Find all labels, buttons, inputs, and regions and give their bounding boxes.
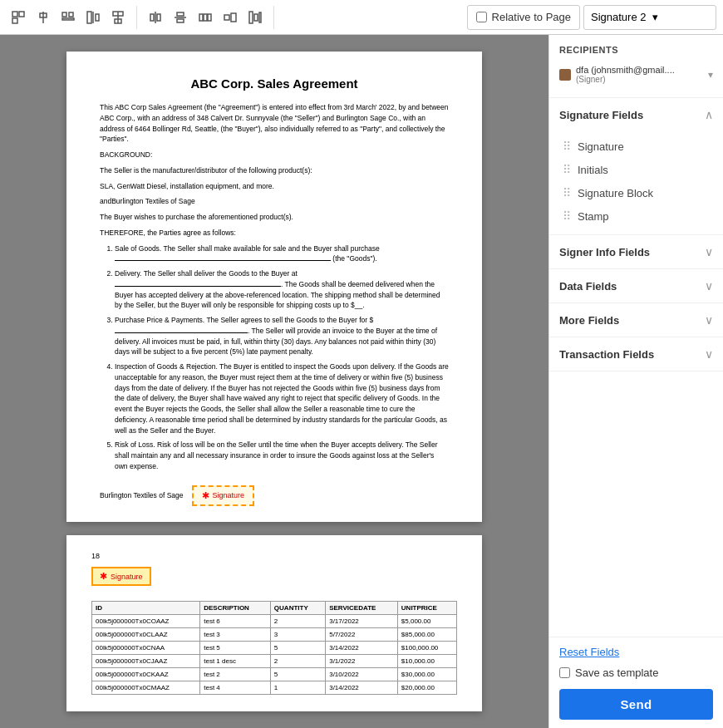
send-button[interactable]: Send [559, 689, 713, 720]
svg-rect-8 [87, 12, 91, 23]
save-template-toggle[interactable]: Save as template [559, 667, 713, 679]
signer-info-header[interactable]: Signer Info Fields ∨ [549, 235, 723, 268]
relative-to-page-label: Relative to Page [492, 11, 571, 23]
align-top-left-btn[interactable] [7, 6, 30, 29]
distribute-equal-btn[interactable] [194, 6, 217, 29]
table-cell: $5,000.00 [397, 615, 456, 628]
signer-info-section: Signer Info Fields ∨ [549, 235, 723, 269]
align-center-btn[interactable] [106, 6, 130, 29]
reset-fields-link[interactable]: Reset Fields [559, 646, 713, 658]
recipients-header: RECIPIENTS [559, 45, 713, 55]
field-signature-block[interactable]: ⠿ Signature Block [549, 181, 723, 204]
signature-dropdown[interactable]: Signature 2 ▾ [583, 5, 716, 30]
table-cell: 5 [270, 642, 325, 655]
table-cell: test 5 [200, 642, 271, 655]
svg-rect-23 [224, 15, 229, 20]
products-text: SLA, GenWatt Diesel, installation equipm… [100, 181, 449, 192]
drag-handle-icon: ⠿ [563, 186, 571, 199]
table-row: 00lk5j000000Tx0COAAZtest 623/17/2022$5,0… [92, 615, 457, 628]
table-row: 00lk5j000000Tx0CJAAZtest 1 desc23/1/2022… [92, 655, 457, 668]
toolbar-group-distribute [144, 6, 274, 29]
svg-rect-17 [177, 12, 184, 16]
distribute-v-btn[interactable] [169, 6, 192, 29]
field-initials[interactable]: ⠿ Initials [549, 158, 723, 181]
data-fields-section: Data Fields ∨ [549, 269, 723, 303]
table-cell: 5 [270, 668, 325, 681]
buyer-text: The Buyer wishes to purchase the aforeme… [100, 212, 449, 223]
table-cell: 00lk5j000000Tx0CLAAZ [92, 628, 200, 642]
col-quantity: QUANTITY [270, 602, 325, 615]
data-fields-chevron-icon: ∨ [705, 279, 713, 293]
relative-to-page-checkbox[interactable] [476, 12, 487, 22]
data-fields-header[interactable]: Data Fields ∨ [549, 269, 723, 303]
table-row: 00lk5j000000Tx0CKAAZtest 253/10/2022$30,… [92, 668, 457, 681]
background-label: BACKGROUND: [100, 150, 449, 160]
page-number: 18 [91, 552, 457, 560]
drag-handle-icon: ⠿ [563, 163, 571, 176]
toolbar: Relative to Page Signature 2 ▾ [0, 0, 723, 35]
field-signature[interactable]: ⠿ Signature [549, 135, 723, 158]
align-middle-btn[interactable] [81, 6, 105, 29]
align-top-right-btn[interactable] [57, 6, 80, 29]
document-page-1: ABC Corp. Sales Agreement This ABC Corp … [66, 52, 482, 522]
transaction-fields-chevron-icon: ∨ [705, 347, 713, 361]
svg-rect-27 [259, 12, 261, 22]
signature-fields-title: Signature Fields [559, 109, 643, 121]
recipient-email: dfa (johnsmith@gmail.... [576, 65, 703, 75]
svg-rect-7 [62, 18, 74, 20]
more-fields-chevron-icon: ∨ [705, 313, 713, 327]
recipient-role: (Signer) [576, 75, 703, 84]
table-cell: $20,000.00 [397, 681, 456, 695]
distribute-h-btn[interactable] [144, 6, 167, 29]
more-fields-header[interactable]: More Fields ∨ [549, 303, 723, 337]
sig-star-icon: ✱ [202, 490, 209, 501]
table-row: 00lk5j000000Tx0CNAAtest 553/14/2022$100,… [92, 642, 457, 655]
resize-btn[interactable] [219, 6, 242, 29]
transaction-fields-title: Transaction Fields [559, 348, 654, 361]
signature-field-page1[interactable]: ✱ Signature [192, 485, 255, 506]
more-fields-title: More Fields [559, 314, 619, 327]
recipient-color-block [559, 69, 571, 81]
transaction-fields-header[interactable]: Transaction Fields ∨ [549, 337, 723, 371]
svg-rect-6 [69, 12, 73, 17]
table-cell: $100,000.00 [397, 642, 456, 655]
item-1: Sale of Goods. The Seller shall make ava… [115, 243, 449, 265]
item-3: Purchase Price & Payments. The Seller ag… [115, 315, 449, 357]
data-table: ID DESCRIPTION QUANTITY SERVICEDATE UNIT… [91, 601, 457, 695]
table-cell: 00lk5j000000Tx0CMAAZ [92, 681, 200, 695]
right-panel: RECIPIENTS dfa (johnsmith@gmail.... (Sig… [548, 35, 723, 728]
save-template-checkbox[interactable] [559, 667, 570, 678]
align-top-center-btn[interactable] [32, 6, 55, 29]
background-text: The Seller is the manufacturer/distribut… [100, 165, 449, 176]
document-area[interactable]: ABC Corp. Sales Agreement This ABC Corp … [0, 35, 548, 728]
table-cell: 00lk5j000000Tx0CNAA [92, 642, 200, 655]
field-stamp[interactable]: ⠿ Stamp [549, 204, 723, 228]
recipients-section: RECIPIENTS dfa (johnsmith@gmail.... (Sig… [549, 35, 723, 98]
signature-field-page2[interactable]: ✱ Signature [91, 567, 151, 586]
table-cell: test 4 [200, 681, 271, 695]
table-cell: 00lk5j000000Tx0COAAZ [92, 615, 200, 628]
table-cell: test 2 [200, 668, 271, 681]
svg-rect-22 [208, 14, 211, 21]
table-cell: 3/14/2022 [326, 642, 398, 655]
table-cell: 00lk5j000000Tx0CKAAZ [92, 668, 200, 681]
doc-footer: Burlington Textiles of Sage ✱ Signature [100, 485, 449, 506]
table-row: 00lk5j000000Tx0CMAAZtest 413/14/2022$20,… [92, 681, 457, 695]
relative-to-page-toggle[interactable]: Relative to Page [467, 5, 580, 30]
document-page-2: 18 ✱ Signature ID DESCRIPTION QUANTITY S… [66, 535, 482, 711]
agreement-intro: This ABC Corp Sales Agreement (the "Agre… [100, 102, 449, 145]
signature-fields-header[interactable]: Signature Fields ∧ [549, 98, 723, 131]
svg-rect-5 [62, 12, 66, 17]
recipient-item[interactable]: dfa (johnsmith@gmail.... (Signer) ▾ [559, 61, 713, 87]
svg-rect-1 [19, 12, 24, 17]
drag-handle-icon: ⠿ [563, 140, 571, 153]
table-cell: 3 [270, 628, 325, 642]
col-servicedate: SERVICEDATE [326, 602, 398, 615]
more-align-btn[interactable] [243, 6, 267, 29]
table-cell: test 1 desc [200, 655, 271, 668]
item-5: Risk of Loss. Risk of loss will be on th… [115, 440, 449, 471]
table-row: 00lk5j000000Tx0CLAAZtest 335/7/2022$85,0… [92, 628, 457, 642]
svg-rect-20 [199, 14, 203, 21]
signature-fields-chevron-icon: ∧ [705, 108, 713, 121]
table-cell: 2 [270, 615, 325, 628]
